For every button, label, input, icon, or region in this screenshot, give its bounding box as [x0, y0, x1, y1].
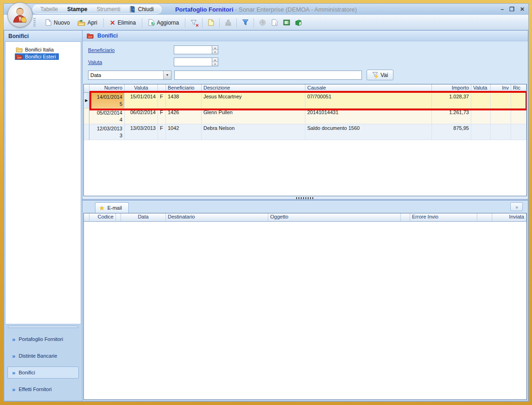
row-selector-cell[interactable]	[84, 124, 89, 140]
col-header-codice[interactable]: Codice	[89, 213, 116, 222]
col-header-inv[interactable]: Inv	[491, 84, 511, 93]
tab-email[interactable]: ★ E-mail	[95, 202, 129, 213]
menu-chiudi[interactable]: Chiudi	[130, 6, 154, 13]
cell-ric[interactable]	[511, 109, 526, 124]
col-header-tipo[interactable]	[158, 84, 166, 93]
cell-numero[interactable]: 05/02/2014 4	[89, 109, 125, 124]
spin-up-button[interactable]: ▲	[212, 46, 218, 50]
cell-tipo[interactable]: F	[158, 124, 166, 140]
cell-ric[interactable]	[511, 124, 526, 140]
cell-descrizione[interactable]: Glenn Pullen	[202, 109, 305, 124]
cell-inv[interactable]	[491, 93, 511, 109]
cell-descrizione[interactable]: Jesus Mccartney	[202, 93, 305, 109]
close-button[interactable]: ✕	[520, 6, 525, 13]
collapse-panel-button[interactable]: »	[510, 202, 523, 211]
cell-valuta[interactable]: 15/01/2014	[125, 93, 158, 109]
col-header-importo[interactable]: Importo	[432, 84, 471, 93]
elimina-button[interactable]: ✕ Elimina	[107, 18, 139, 27]
col-header-oggetto[interactable]: Oggetto	[268, 213, 401, 222]
spin-down-button[interactable]: ▼	[212, 50, 218, 54]
cell-inv[interactable]	[491, 109, 511, 124]
cell-beneficiario[interactable]: 1042	[166, 124, 202, 140]
col-header-beneficiario[interactable]: Beneficiario	[166, 84, 202, 93]
monitor-button[interactable]	[281, 17, 292, 28]
table-row[interactable]: ▶ 14/01/2014 5 15/01/2014 F 1438 Jesus M…	[84, 93, 526, 109]
cell-importo[interactable]: 1.261,73	[432, 109, 471, 124]
col-header-numero[interactable]: Numero	[89, 84, 125, 93]
cell-importo[interactable]: 875,95	[432, 124, 471, 140]
toolbar-grip[interactable]	[33, 18, 36, 27]
nav-item-portafoglio-fornitori[interactable]: » Portafoglio Fornitori	[7, 333, 79, 345]
table-row[interactable]: 12/03/2013 3 13/03/2013 F 1042 Debra Nel…	[84, 124, 526, 140]
row-selector-cell[interactable]: ▶	[84, 93, 89, 109]
cell-causale[interactable]: 07/700051	[305, 93, 432, 109]
col-header-destinatario[interactable]: Destinatario	[166, 213, 268, 222]
cell-causale[interactable]: 20141014431	[305, 109, 432, 124]
filter-button[interactable]	[240, 17, 251, 28]
maximize-button[interactable]: ❐	[509, 6, 514, 13]
clear-filter-button[interactable]: ✕	[188, 17, 199, 28]
aggiorna-button[interactable]: ↻ Aggiorna	[145, 18, 182, 27]
col-header-errore-invio[interactable]: Errore Invio	[410, 213, 477, 222]
col-header-blank[interactable]	[477, 213, 492, 222]
nuovo-button[interactable]: Nuovo	[42, 18, 73, 27]
nav-item-effetti-fornitori[interactable]: » Effetti Fornitori	[7, 383, 79, 395]
cell-tipo[interactable]: F	[158, 109, 166, 124]
export-document-button[interactable]: ↓	[269, 17, 280, 28]
col-header-descrizione[interactable]: Descrizione	[202, 84, 305, 93]
col-header-blank[interactable]	[401, 213, 410, 222]
blank-document-button[interactable]	[205, 17, 216, 28]
tree-item-bonifici-esteri[interactable]: Bonifici Esteri	[15, 53, 59, 60]
spin-up-button[interactable]: ▲	[212, 58, 218, 62]
menu-stampe[interactable]: Stampe	[67, 6, 87, 13]
menu-tabelle[interactable]: Tabelle	[40, 6, 58, 13]
app-menu-orb[interactable]	[7, 2, 32, 27]
col-header-inviata[interactable]: Inviata	[492, 213, 526, 222]
sidebar-splitter[interactable]	[4, 324, 82, 329]
beneficiario-link[interactable]: Beneficiario	[88, 47, 174, 53]
cell-causale[interactable]: Saldo documento 1560	[305, 124, 432, 140]
panel-splitter[interactable]	[82, 196, 528, 200]
beneficiario-spinbox: ▲ ▼	[174, 45, 218, 54]
tree-item-bonifici-italia[interactable]: Bonifici Italia	[15, 46, 57, 53]
spin-down-button[interactable]: ▼	[212, 62, 218, 66]
col-header-data[interactable]: Data	[121, 213, 166, 222]
cell-tipo[interactable]: F	[158, 93, 166, 109]
cell-numero[interactable]: 14/01/2014 5	[89, 93, 125, 109]
cell-inv[interactable]	[491, 124, 511, 140]
cell-descrizione[interactable]: Debra Nelson	[202, 124, 305, 140]
apri-button[interactable]: Apri	[74, 18, 101, 27]
filter-value-input[interactable]	[174, 71, 362, 80]
beneficiario-input[interactable]	[174, 45, 212, 54]
valuta-input[interactable]	[174, 58, 212, 66]
sidebar: Bonifici Bonifici Italia	[4, 30, 82, 401]
toolbar: Nuovo Apri ✕ Elimina	[4, 15, 528, 30]
menu-strumenti[interactable]: Strumenti	[96, 6, 120, 13]
col-header-blank[interactable]	[116, 213, 121, 222]
col-header-valuta2[interactable]: Valuta	[471, 84, 491, 93]
book-button[interactable]	[293, 17, 304, 28]
col-header-valuta[interactable]: Valuta	[125, 84, 158, 93]
cell-valuta[interactable]: 13/03/2013	[125, 124, 158, 140]
nav-item-distinte-bancarie[interactable]: » Distinte Bancarie	[7, 350, 79, 362]
nav-item-bonifici[interactable]: » Bonifici	[7, 366, 79, 379]
cell-valuta[interactable]: 06/02/2014	[125, 109, 158, 124]
field-selector-combobox[interactable]: Data ▼	[88, 71, 171, 80]
open-folder-icon	[77, 19, 85, 26]
minimize-button[interactable]: –	[500, 6, 504, 13]
cell-valuta2[interactable]	[471, 109, 491, 124]
table-row[interactable]: 05/02/2014 4 06/02/2014 F 1426 Glenn Pul…	[84, 109, 526, 124]
cell-importo[interactable]: 1.028,37	[432, 93, 471, 109]
col-header-causale[interactable]: Causale	[305, 84, 432, 93]
cell-beneficiario[interactable]: 1438	[166, 93, 202, 109]
row-selector-cell[interactable]	[84, 109, 89, 124]
vai-button[interactable]: ⚡ Vai	[367, 70, 393, 80]
cell-valuta2[interactable]	[471, 93, 491, 109]
cell-ric[interactable]	[511, 93, 526, 109]
col-header-ric[interactable]: Ric	[511, 84, 526, 93]
cell-valuta2[interactable]	[471, 124, 491, 140]
window-title-secondary: - Sonar Enterprise (DEMOA - Amministrato…	[234, 6, 357, 13]
cell-numero[interactable]: 12/03/2013 3	[89, 124, 125, 140]
valuta-link[interactable]: Valuta	[88, 59, 174, 65]
cell-beneficiario[interactable]: 1426	[166, 109, 202, 124]
